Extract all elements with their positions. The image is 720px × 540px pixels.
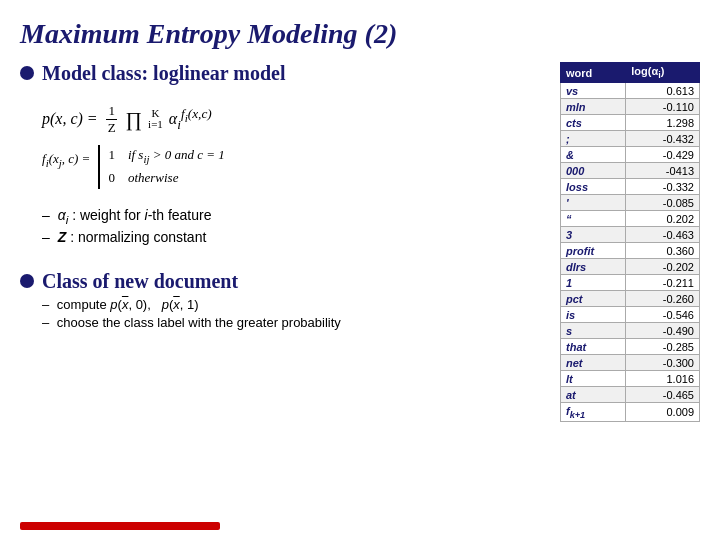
table-row: cts1.298 [561, 115, 700, 131]
bullet-icon [20, 66, 34, 80]
table-row: mln-0.110 [561, 99, 700, 115]
dash-icon: – [42, 207, 50, 223]
word-cell: cts [561, 115, 626, 131]
x-bar: x [122, 297, 129, 312]
section1-bullet: Model class: loglinear model [20, 62, 544, 85]
word-cell: net [561, 355, 626, 371]
table-row: lt1.016 [561, 371, 700, 387]
word-cell: at [561, 387, 626, 403]
product-lower: i=1 [148, 119, 163, 130]
section1-title: Model class: loglinear model [42, 62, 286, 85]
f-def-lhs: fi(xj, c) = [42, 151, 90, 169]
value-cell: -0.260 [626, 291, 700, 307]
word-cell: dlrs [561, 259, 626, 275]
value-cell: -0.429 [626, 147, 700, 163]
left-panel: Model class: loglinear model p(x, c) = 1… [20, 62, 544, 530]
table-row: loss-0.332 [561, 179, 700, 195]
value-cell: -0.463 [626, 227, 700, 243]
table-row: 1-0.211 [561, 275, 700, 291]
case-2: 0 otherwise [108, 168, 224, 189]
value-cell: -0.332 [626, 179, 700, 195]
frac-numerator: 1 [106, 103, 117, 120]
value-cell: 1.298 [626, 115, 700, 131]
header-row: word log(αi) [561, 63, 700, 83]
value-cell: -0.300 [626, 355, 700, 371]
value-cell: -0.285 [626, 339, 700, 355]
px0: p [110, 297, 117, 312]
table-body: vs0.613mln-0.110cts1.298;-0.432&-0.42900… [561, 83, 700, 422]
value-cell: -0.465 [626, 387, 700, 403]
dash-icon2: – [42, 229, 50, 245]
formula-main-row: p(x, c) = 1 Z ∏ K i=1 αifi(x,c) [42, 103, 544, 135]
piecewise-block: fi(xj, c) = 1 if sij > 0 and c = 1 0 oth… [42, 141, 544, 189]
product-symbol: ∏ [126, 108, 142, 131]
table-row: &-0.429 [561, 147, 700, 163]
section2: Class of new document – compute p(x, 0),… [20, 270, 544, 333]
table-row: that-0.285 [561, 339, 700, 355]
section1-subbullets: – αi : weight for i-th feature – Z : nor… [42, 207, 544, 248]
px1: p [162, 297, 169, 312]
feature-table: word log(αi) vs0.613mln-0.110cts1.298;-0… [560, 62, 700, 422]
alpha-term: αifi(x,c) [169, 106, 212, 133]
red-bar [20, 522, 220, 530]
right-table-container: word log(αi) vs0.613mln-0.110cts1.298;-0… [560, 62, 700, 530]
product-limits: K i=1 [148, 108, 163, 130]
value-cell: 0.009 [626, 403, 700, 422]
word-cell: mln [561, 99, 626, 115]
section2-title: Class of new document [42, 270, 238, 293]
word-cell: ' [561, 195, 626, 211]
word-cell: & [561, 147, 626, 163]
value-cell: 0.360 [626, 243, 700, 259]
section2-bullet: Class of new document [20, 270, 544, 293]
word-cell: is [561, 307, 626, 323]
dash-icon3: – [42, 297, 49, 312]
table-row: pct-0.260 [561, 291, 700, 307]
table-row: 3-0.463 [561, 227, 700, 243]
formula-block: p(x, c) = 1 Z ∏ K i=1 αifi(x,c) fi(xj, c… [42, 99, 544, 189]
value-cell: 1.016 [626, 371, 700, 387]
word-cell: profit [561, 243, 626, 259]
choose-line: – choose the class label with the greate… [42, 315, 544, 330]
word-cell: that [561, 339, 626, 355]
subbullet-alpha: – αi : weight for i-th feature [42, 207, 544, 226]
word-cell: loss [561, 179, 626, 195]
value-cell: 0.202 [626, 211, 700, 227]
value-cell: -0.211 [626, 275, 700, 291]
compute-line: – compute p(x, 0), p(x, 1) [42, 297, 544, 312]
word-cell: ; [561, 131, 626, 147]
page-title: Maximum Entropy Modeling (2) [20, 18, 700, 50]
value-cell: -0.202 [626, 259, 700, 275]
table-row: 000-0413 [561, 163, 700, 179]
i-symbol: i [145, 207, 148, 223]
table-header: word log(αi) [561, 63, 700, 83]
table-row: s-0.490 [561, 323, 700, 339]
table-row: dlrs-0.202 [561, 259, 700, 275]
frac-denominator: Z [106, 120, 118, 136]
word-cell: 3 [561, 227, 626, 243]
word-cell: pct [561, 291, 626, 307]
value-cell: 0.613 [626, 83, 700, 99]
piecewise-rhs: 1 if sij > 0 and c = 1 0 otherwise [98, 141, 224, 189]
piecewise-cases: 1 if sij > 0 and c = 1 0 otherwise [98, 145, 224, 189]
word-cell: vs [561, 83, 626, 99]
formula-lhs: p(x, c) = [42, 110, 98, 128]
word-cell: 1 [561, 275, 626, 291]
word-cell: 000 [561, 163, 626, 179]
value-cell: -0.432 [626, 131, 700, 147]
table-row: '-0.085 [561, 195, 700, 211]
word-cell: s [561, 323, 626, 339]
case-1: 1 if sij > 0 and c = 1 [108, 145, 224, 168]
value-cell: -0.110 [626, 99, 700, 115]
table-row: vs0.613 [561, 83, 700, 99]
table-row: net-0.300 [561, 355, 700, 371]
x-bar2: x [173, 297, 180, 312]
section1-heading: Model class: loglinear model [42, 62, 286, 85]
bullet-icon2 [20, 274, 34, 288]
alpha-symbol: αi [58, 207, 69, 223]
content-area: Model class: loglinear model p(x, c) = 1… [20, 62, 700, 530]
col-log: log(αi) [626, 63, 700, 83]
table-row: profit0.360 [561, 243, 700, 259]
word-cell: fk+1 [561, 403, 626, 422]
value-cell: -0.085 [626, 195, 700, 211]
col-word: word [561, 63, 626, 83]
